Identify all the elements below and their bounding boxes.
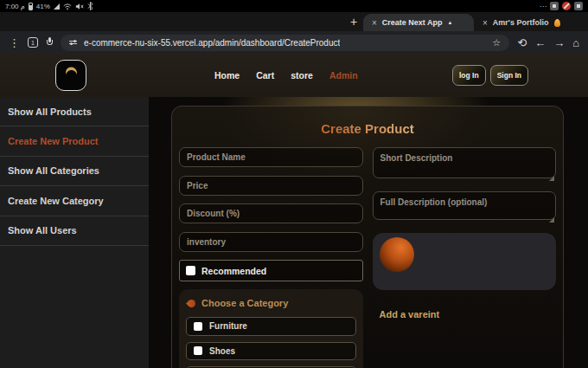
forward-icon[interactable]: → <box>553 37 565 48</box>
recommended-label: Recommended <box>201 266 266 276</box>
sidebar-item-create-new-category[interactable]: Create New Category <box>0 186 149 216</box>
recommended-row[interactable]: Recommended <box>179 260 363 281</box>
main-area: Show All Products Create New Product Sho… <box>0 97 588 368</box>
category-option-furniture[interactable]: Furniture <box>186 317 356 336</box>
tab-create-next-app[interactable]: × Create Next App ▲ <box>363 14 474 31</box>
content-area: Create Product Recommended Choo <box>149 97 588 368</box>
tab-alert-icon: ▲ <box>448 20 453 25</box>
price-input[interactable] <box>179 176 363 196</box>
home-icon[interactable]: ⌂ <box>572 37 579 48</box>
discount-input[interactable] <box>179 203 363 223</box>
site-nav: Home Cart store Admin <box>214 70 358 81</box>
status-bar: 7:00 م 41% ⋯ <box>0 0 588 12</box>
flame-favicon-icon <box>554 19 560 27</box>
recommended-checkbox[interactable] <box>186 266 195 275</box>
wifi-icon <box>63 3 72 10</box>
nav-store[interactable]: store <box>291 70 313 81</box>
bookmark-star-icon[interactable]: ☆ <box>492 37 501 48</box>
close-tab-icon[interactable]: × <box>483 18 488 28</box>
login-button[interactable]: log In <box>452 65 486 86</box>
form-right-column: Add a vareint <box>373 147 557 320</box>
nav-home[interactable]: Home <box>214 70 240 81</box>
signin-button[interactable]: Sign In <box>490 65 528 86</box>
add-variant-button[interactable]: Add a vareint <box>380 309 557 320</box>
sidebar-item-show-all-users[interactable]: Show All Users <box>0 216 149 246</box>
sidebar-item-create-new-product[interactable]: Create New Product <box>0 126 149 156</box>
inventory-input[interactable] <box>179 232 363 252</box>
furniture-checkbox[interactable] <box>194 322 202 331</box>
page-title: Create Product <box>179 121 556 136</box>
site-header: Home Cart store Admin log In Sign In <box>0 54 588 97</box>
crescent-icon <box>63 68 79 83</box>
reload-icon[interactable]: ⟲ <box>517 37 527 48</box>
site-logo[interactable] <box>55 60 86 91</box>
shoes-checkbox[interactable] <box>194 346 202 355</box>
sidebar-item-show-all-categories[interactable]: Show All Categories <box>0 157 149 186</box>
nav-admin[interactable]: Admin <box>329 70 358 81</box>
tag-icon <box>186 298 197 309</box>
category-panel: Choose a Category Furniture Shoes E <box>179 289 363 368</box>
full-description-textarea[interactable] <box>373 191 557 220</box>
browser-toolbar: ⋮ 1 e-commerce-nu-six-55.vercel.app/admi… <box>0 31 588 54</box>
tab-title: Create Next App <box>382 18 443 27</box>
category-option-shoes[interactable]: Shoes <box>186 342 356 361</box>
variant-preview-panel <box>373 233 557 290</box>
variant-color-sphere[interactable] <box>380 237 414 272</box>
sidebar-item-show-all-products[interactable]: Show All Products <box>0 97 149 126</box>
volume-muted-icon <box>75 3 84 10</box>
create-product-panel: Create Product Recommended Choo <box>171 106 564 368</box>
tab-strip: + × Create Next App ▲ × Amr's Portfolio <box>0 12 588 31</box>
product-name-input[interactable] <box>179 147 363 167</box>
clock: 7:00 م <box>5 3 25 10</box>
tab-switcher-button[interactable]: 1 <box>28 37 38 48</box>
new-tab-button[interactable]: + <box>344 15 363 29</box>
address-bar[interactable]: e-commerce-nu-six-55.vercel.app/admin/da… <box>61 35 509 51</box>
browser-menu-icon[interactable]: ⋮ <box>9 37 20 48</box>
screenshot-icon[interactable] <box>550 2 559 10</box>
url-text[interactable]: e-commerce-nu-six-55.vercel.app/admin/da… <box>84 38 340 48</box>
site-settings-icon[interactable] <box>69 41 77 45</box>
admin-sidebar: Show All Products Create New Product Sho… <box>0 97 149 368</box>
tab-amrs-portfolio[interactable]: × Amr's Portfolio <box>474 14 588 31</box>
pip-icon[interactable] <box>574 2 583 10</box>
record-icon[interactable] <box>562 2 571 10</box>
battery-percent: 41% <box>36 3 50 10</box>
signal-icon <box>54 3 60 10</box>
short-description-textarea[interactable] <box>373 147 557 178</box>
form-left-column: Recommended Choose a Category Furniture <box>179 147 363 368</box>
bluetooth-icon <box>87 2 93 10</box>
nav-cart[interactable]: Cart <box>256 70 274 81</box>
close-tab-icon[interactable]: × <box>372 18 377 28</box>
tab-title: Amr's Portfolio <box>493 18 549 27</box>
category-title: Choose a Category <box>201 298 288 308</box>
microphone-icon[interactable] <box>46 37 53 48</box>
back-icon[interactable]: ← <box>534 37 546 48</box>
status-overflow-icon[interactable]: ⋯ <box>540 3 546 10</box>
battery-icon <box>29 3 33 10</box>
